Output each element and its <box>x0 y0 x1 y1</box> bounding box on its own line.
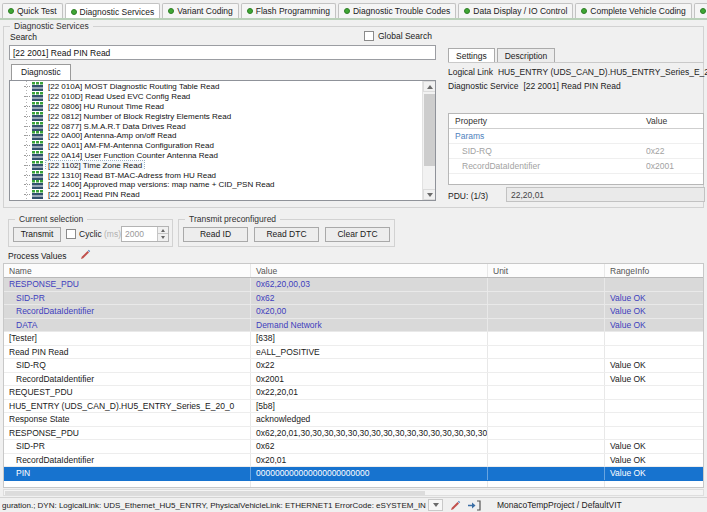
read-dtc-button[interactable]: Read DTC <box>254 227 319 242</box>
module-tab-ecu-exchange[interactable]: ECU Exchange <box>694 3 707 18</box>
module-tab-data-display-io-control[interactable]: Data Display / IO Control <box>458 3 573 18</box>
cell-rangeinfo: Value OK <box>605 319 703 332</box>
process-value-row[interactable]: HU5_ENTRY (UDS_CAN_D).HU5_ENTRY_Series_E… <box>4 400 703 414</box>
tree-item[interactable]: [22 0877] S.M.A.R.T Data Drives Read <box>10 121 422 131</box>
tree-item[interactable]: [22 1406] Approved map versions: map nam… <box>10 180 422 190</box>
status-dot-icon <box>71 9 77 15</box>
tree-item[interactable]: [22 1310] Read BT-MAC-Adress from HU Rea… <box>10 170 422 180</box>
global-search-option[interactable]: Global Search <box>364 31 432 41</box>
module-tab-bar: Quick TestDiagnostic ServicesVariant Cod… <box>2 2 707 18</box>
tree-connector <box>24 184 30 185</box>
module-tab-diagnostic-services[interactable]: Diagnostic Services <box>65 3 161 18</box>
module-tab-diagnostic-trouble-codes[interactable]: Diagnostic Trouble Codes <box>338 3 456 18</box>
process-value-row[interactable]: RecordDataIdentifier0x20,00Value OK <box>4 305 703 319</box>
diagnostic-service-icon <box>32 141 43 150</box>
search-input[interactable] <box>9 45 436 60</box>
spinner-up-icon[interactable] <box>157 227 168 234</box>
module-tab-quick-test[interactable]: Quick Test <box>2 3 63 18</box>
cell-value: 0x62,20,01,30,30,30,30,30,30,30,30,30,30… <box>251 427 488 440</box>
tree-item[interactable]: [22 0806] HU Runout Time Read <box>10 102 422 112</box>
process-value-row[interactable]: SID-PR0x62Value OK <box>4 440 703 454</box>
diagnostic-service-icon <box>32 171 43 180</box>
diagnostic-service-icon <box>32 112 43 121</box>
tab-label: Complete Vehicle Coding <box>590 6 685 16</box>
process-value-row[interactable]: RESPONSE_PDU0x62,20,00,03 <box>4 278 703 292</box>
logical-link-value: HU5_ENTRY (UDS_CAN_D).HU5_ENTRY_Series_E… <box>498 67 707 77</box>
current-selection-group: Current selection Transmit Cyclic (ms) 2… <box>8 219 173 247</box>
process-value-row[interactable]: SID-RQ0x22Value OK <box>4 359 703 373</box>
diagnostic-service-icon <box>32 190 43 199</box>
diagnostic-service-icon <box>32 151 43 160</box>
status-import-icon[interactable] <box>468 500 481 511</box>
process-values-header: Process Values <box>8 249 91 262</box>
property-row[interactable]: RecordDataIdentifier0x2001 <box>449 159 703 174</box>
property-row[interactable]: Params <box>449 129 703 144</box>
scroll-up-icon[interactable] <box>423 81 436 92</box>
search-label: Search <box>10 32 37 42</box>
diagnostic-service-tree: [22 010A] MOST Diagnostic Routing Table … <box>9 80 436 201</box>
status-pen-icon[interactable] <box>450 500 461 511</box>
tree-item[interactable]: [22 2001] Read PIN Read <box>10 190 422 200</box>
tab-description[interactable]: Description <box>497 48 556 62</box>
scrollbar-thumb[interactable] <box>424 94 435 166</box>
status-link-text: guration.; DYN: LogicalLink: UDS_Etherne… <box>2 500 426 511</box>
pdu-value-field[interactable]: 22,20,01 <box>506 187 705 202</box>
tree-item[interactable]: [22 0A00] Antenna-Amp on/off Read <box>10 131 422 141</box>
tree-item[interactable]: [22 010D] Read Used EVC Config Read <box>10 92 422 102</box>
global-search-checkbox[interactable] <box>364 31 374 41</box>
property-name: SID-RQ <box>449 144 646 158</box>
tree-connector <box>24 96 30 97</box>
status-dropdown-chevron-icon[interactable] <box>428 499 443 511</box>
property-row[interactable]: SID-RQ0x22 <box>449 144 703 159</box>
rangeinfo-column-header: RangeInfo <box>605 264 703 277</box>
process-value-row[interactable]: Read PIN ReadeALL_POSITIVE <box>4 346 703 360</box>
interval-spinner[interactable]: 2000 <box>121 226 169 242</box>
diagnostic-service-label: Diagnostic Service <box>448 81 518 91</box>
tree-item[interactable]: [22 010A] MOST Diagnostic Routing Table … <box>10 82 422 92</box>
process-value-row[interactable]: RESPONSE_PDU0x62,20,01,30,30,30,30,30,30… <box>4 427 703 441</box>
cell-value: acknowledged <box>251 413 488 426</box>
spinner-down-icon[interactable] <box>157 234 168 241</box>
process-value-row[interactable]: REQUEST_PDU0x22,20,01 <box>4 386 703 400</box>
tab-diagnostic[interactable]: Diagnostic <box>11 64 71 80</box>
module-tab-flash-programming[interactable]: Flash Programming <box>241 3 336 18</box>
process-value-row[interactable]: DATADemand NetworkValue OK <box>4 319 703 333</box>
process-value-row[interactable]: SID-PR0x62Value OK <box>4 292 703 306</box>
cell-unit <box>488 440 605 453</box>
clear-dtc-button[interactable]: Clear DTC <box>325 227 390 242</box>
tab-label: Variant Coding <box>177 6 233 16</box>
cell-value: 0x22,20,01 <box>251 386 488 399</box>
horizontal-scrollbar-thumb[interactable] <box>5 491 425 495</box>
process-value-row[interactable]: [Tester][638] <box>4 332 703 346</box>
tree-item-label: [22 2001] Read PIN Read <box>46 190 142 199</box>
tree-item[interactable]: [22 0812] Number of Block Registry Eleme… <box>10 111 422 121</box>
transmit-preconfigured-group: Transmit preconfigured Read IDRead DTCCl… <box>178 219 395 247</box>
process-value-row[interactable]: PIN000000000000000000000000Value OK <box>4 467 703 481</box>
cell-rangeinfo <box>605 346 703 359</box>
transmit-button[interactable]: Transmit <box>13 227 61 242</box>
tree-item[interactable]: [22 2005] DVD Version Information Read <box>10 200 422 201</box>
horizontal-scrollbar[interactable] <box>3 489 704 496</box>
cell-name: [Tester] <box>4 332 251 345</box>
scroll-down-icon[interactable] <box>423 189 436 200</box>
cell-name: RESPONSE_PDU <box>4 427 251 440</box>
tree-item[interactable]: [22 1102] Time Zone Read <box>10 160 422 170</box>
tree-item[interactable]: [22 0A01] AM-FM-Antenna Configuration Re… <box>10 141 422 151</box>
tree-item[interactable]: [22 0A14] User Function Counter Antenna … <box>10 151 422 161</box>
pen-icon[interactable] <box>80 249 91 262</box>
module-tab-complete-vehicle-coding[interactable]: Complete Vehicle Coding <box>575 3 691 18</box>
process-value-row[interactable]: Response Stateacknowledged <box>4 413 703 427</box>
process-value-row[interactable]: RecordDataIdentifier0x2001Value OK <box>4 373 703 387</box>
cell-unit <box>488 305 605 318</box>
cyclic-checkbox[interactable] <box>66 229 76 239</box>
cell-rangeinfo: Value OK <box>605 359 703 372</box>
cell-rangeinfo: Value OK <box>605 305 703 318</box>
tree-connector <box>24 116 30 117</box>
read-id-button[interactable]: Read ID <box>183 227 248 242</box>
process-value-row[interactable]: RecordDataIdentifier0x20,01Value OK <box>4 454 703 468</box>
tree-scrollbar[interactable] <box>422 81 435 200</box>
module-tab-variant-coding[interactable]: Variant Coding <box>162 3 239 18</box>
cell-unit <box>488 373 605 386</box>
cell-value: 0x20,01 <box>251 454 488 467</box>
tab-settings[interactable]: Settings <box>448 48 495 63</box>
